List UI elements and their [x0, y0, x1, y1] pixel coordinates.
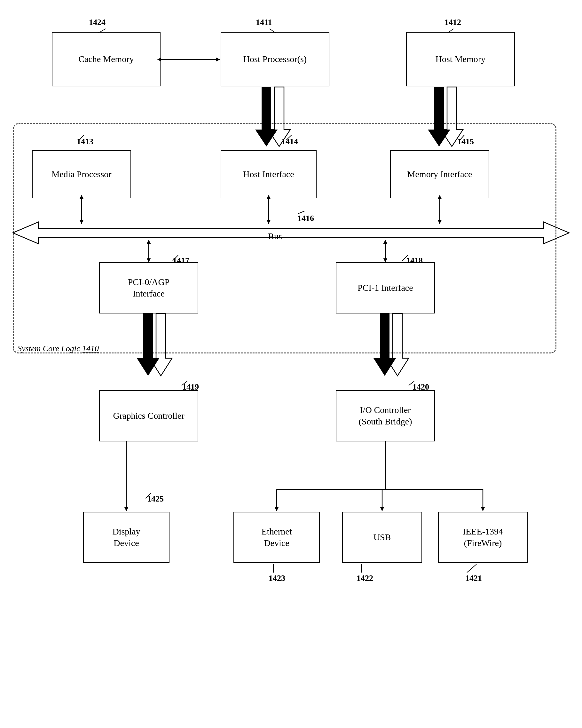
ref-1416: 1416	[297, 214, 314, 223]
pci0-agp-box: PCI-0/AGPInterface	[99, 262, 198, 313]
ref-1411: 1411	[256, 18, 272, 27]
host-interface-box: Host Interface	[221, 150, 317, 198]
cache-memory-label: Cache Memory	[78, 53, 134, 65]
ref-1415: 1415	[457, 137, 474, 147]
ref-1412: 1412	[445, 18, 461, 27]
graphics-controller-label: Graphics Controller	[113, 410, 184, 422]
system-core-logic-label: System Core Logic 1410	[18, 344, 99, 354]
ieee1394-label: IEEE-1394(FireWire)	[463, 526, 503, 549]
ref-1423: 1423	[269, 573, 285, 583]
display-device-label: DisplayDevice	[112, 526, 140, 549]
host-memory-box: Host Memory	[406, 32, 515, 86]
cache-memory-box: Cache Memory	[52, 32, 161, 86]
pci1-box: PCI-1 Interface	[336, 262, 435, 313]
usb-box: USB	[342, 512, 422, 563]
graphics-controller-box: Graphics Controller	[99, 390, 198, 441]
memory-interface-box: Memory Interface	[390, 150, 489, 198]
io-controller-label: I/O Controller(South Bridge)	[359, 404, 412, 428]
ieee1394-box: IEEE-1394(FireWire)	[438, 512, 528, 563]
host-interface-label: Host Interface	[243, 168, 294, 180]
media-processor-label: Media Processor	[52, 168, 111, 180]
pci0-agp-label: PCI-0/AGPInterface	[128, 276, 170, 300]
ref-1425: 1425	[147, 494, 164, 504]
host-processor-label: Host Processor(s)	[243, 53, 307, 65]
memory-interface-label: Memory Interface	[407, 168, 472, 180]
ethernet-label: EthernetDevice	[262, 526, 292, 549]
ref-1421: 1421	[465, 573, 482, 583]
host-memory-label: Host Memory	[435, 53, 485, 65]
host-processor-box: Host Processor(s)	[221, 32, 329, 86]
ref-1414: 1414	[282, 137, 298, 147]
diagram: 1424 1411 1412 Cache Memory Host Process…	[0, 0, 582, 728]
ref-1422: 1422	[356, 573, 373, 583]
pci1-label: PCI-1 Interface	[358, 282, 413, 294]
io-controller-box: I/O Controller(South Bridge)	[336, 390, 435, 441]
display-device-box: DisplayDevice	[83, 512, 169, 563]
ref-1410: 1410	[82, 344, 99, 353]
ref-1413: 1413	[77, 137, 94, 147]
ethernet-box: EthernetDevice	[233, 512, 320, 563]
ref-1424: 1424	[89, 18, 106, 27]
media-processor-box: Media Processor	[32, 150, 131, 198]
usb-label: USB	[373, 531, 391, 543]
